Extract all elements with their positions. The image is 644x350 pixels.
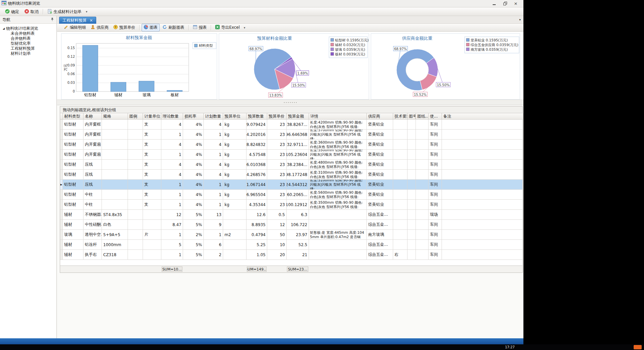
grid-cell[interactable]: 长度:3500mm 切角:90-90 颜色:闪银灰|闪银灰 型材系列:JY56 …	[309, 150, 367, 160]
grid-cell[interactable]: 4	[204, 160, 223, 170]
table-row[interactable]: ▶铝型材压线支14%1kg1.0671442324.544312长度:3100m…	[60, 180, 522, 190]
grid-cell[interactable]: 车间	[429, 200, 442, 210]
grid-cell[interactable]	[408, 180, 416, 190]
grid-cell[interactable]: 4	[161, 160, 183, 170]
grid-cell[interactable]: 24.544312	[287, 180, 309, 190]
grid-cell[interactable]: 100.12912	[287, 200, 309, 210]
table-row[interactable]: 铝型材内开窗框支14%1kg4.2020162396.646368长度:3700…	[60, 130, 522, 140]
grid-cell[interactable]: 坚美铝业	[367, 150, 393, 160]
grid-cell[interactable]: 1	[204, 130, 223, 140]
grid-cell[interactable]: 5%	[183, 240, 204, 250]
grid-cell[interactable]: 综合五金...	[367, 250, 393, 260]
grid-cell[interactable]: 1	[204, 200, 223, 210]
grid-cell[interactable]: 车间	[429, 160, 442, 170]
grid-cell[interactable]: 23	[267, 150, 287, 160]
supplier-button[interactable]: 供应商	[89, 24, 111, 31]
grid-cell[interactable]	[416, 200, 429, 210]
grid-cell[interactable]	[442, 220, 522, 230]
grid-cell[interactable]	[309, 210, 367, 220]
grid-cell[interactable]: 白色	[102, 220, 128, 230]
grid-cell[interactable]: 坚美铝业	[367, 170, 393, 180]
grid-cell[interactable]: 综合五金...	[367, 240, 393, 250]
grid-cell[interactable]: 0.4794	[247, 230, 267, 240]
ok-button[interactable]: 确定	[3, 8, 21, 16]
grid-cell[interactable]	[408, 140, 416, 150]
grid-cell[interactable]	[393, 130, 408, 140]
grid-cell[interactable]	[416, 210, 429, 220]
grid-cell[interactable]	[442, 120, 522, 130]
grid-cell[interactable]: 坚美铝业	[367, 130, 393, 140]
grid-cell[interactable]: 执手右	[84, 250, 102, 260]
main-toolbar-overflow-icon[interactable]: ▾	[85, 10, 89, 13]
grid-cell[interactable]: 10	[267, 240, 287, 250]
report-button[interactable]: 报表	[191, 24, 209, 31]
grid-cell[interactable]	[102, 170, 128, 180]
grid-cell[interactable]: 1	[204, 190, 223, 200]
grid-cell[interactable]: 车间	[429, 130, 442, 140]
grid-cell[interactable]	[393, 120, 408, 130]
column-header-11[interactable]: 预算金额	[287, 113, 309, 120]
grid-cell[interactable]: 6.3	[287, 210, 309, 220]
grid-cell[interactable]: 18.824832	[247, 140, 267, 150]
grid-cell[interactable]	[442, 140, 522, 150]
grid-cell[interactable]	[128, 230, 143, 240]
grid-cell[interactable]: 支	[143, 180, 161, 190]
grid-cell[interactable]: 6	[204, 240, 223, 250]
grid-cell[interactable]: 玻璃	[63, 230, 84, 240]
grid-cell[interactable]: 1	[161, 150, 183, 160]
grid-cell[interactable]: 6.965504	[247, 190, 267, 200]
grid-cell[interactable]: 5%	[183, 220, 204, 230]
tree-item-1[interactable]: 合并物料表	[1, 36, 55, 41]
grid-cell[interactable]: 铝型材	[63, 130, 84, 140]
grid-cell[interactable]: 23	[267, 140, 287, 150]
grid-cell[interactable]: 23	[267, 200, 287, 210]
grid-cell[interactable]: 铝型材	[63, 180, 84, 190]
group-by-bar[interactable]: 拖动列标题至此,根据该列分组	[60, 107, 522, 113]
grid-cell[interactable]: 106.722	[287, 220, 309, 230]
grid-cell[interactable]: 1	[204, 230, 223, 240]
grid-cell[interactable]: 坚美铝业	[367, 190, 393, 200]
grid-cell[interactable]	[393, 180, 408, 190]
grid-cell[interactable]: 1000mm	[102, 240, 128, 250]
grid-cell[interactable]	[393, 230, 408, 240]
grid-cell[interactable]: 车间	[429, 230, 442, 240]
grid-cell[interactable]: kg	[223, 140, 247, 150]
grid-cell[interactable]: 辅材	[63, 250, 84, 260]
grid-cell[interactable]: 内开窗框	[84, 130, 102, 140]
grid-cell[interactable]: 5+9A+5	[102, 230, 128, 240]
grid-cell[interactable]: 1	[161, 230, 183, 240]
grid-cell[interactable]: 1	[161, 180, 183, 190]
grid-cell[interactable]: 长度:3600mm 切角:90-90 颜色:白色|灰色 型材系列:JY56 线缝…	[309, 140, 367, 150]
grid-cell[interactable]: 铝型材	[63, 200, 84, 210]
grid-cell[interactable]	[309, 220, 367, 230]
column-header-4[interactable]: 计量单位	[143, 113, 161, 120]
tree-expand-icon[interactable]: ◢	[3, 26, 5, 31]
grid-cell[interactable]	[416, 150, 429, 160]
grid-cell[interactable]	[128, 250, 143, 260]
edit-detail-button[interactable]: 编辑明细	[62, 24, 88, 31]
column-header-8[interactable]: 预算单位	[223, 113, 247, 120]
grid-cell[interactable]: 中性硅酮...	[84, 220, 102, 230]
grid-cell[interactable]: 4.202016	[247, 130, 267, 140]
grid-cell[interactable]	[408, 170, 416, 180]
grid-cell[interactable]: 12	[161, 210, 183, 220]
grid-cell[interactable]: 432.9711...	[287, 140, 309, 150]
export-excel-button[interactable]: 导出Excel	[213, 24, 242, 31]
charts-grid-splitter[interactable]	[57, 100, 523, 105]
table-row[interactable]: 铝型材中柱支14%1kg6.96550423160.2065...长度:5600…	[60, 190, 522, 200]
grid-cell[interactable]: 南方玻璃	[367, 230, 393, 240]
column-header-13[interactable]: 供应商	[367, 113, 393, 120]
grid-cell[interactable]: 压线	[84, 180, 102, 190]
grid-cell[interactable]	[393, 170, 408, 180]
grid-cell[interactable]: 4	[161, 170, 183, 180]
column-header-18[interactable]: 备注	[442, 113, 523, 120]
grid-cell[interactable]: kg	[223, 160, 247, 170]
table-row[interactable]: 铝型材中柱支14%1kg4.3534423100.12912长度:3500mm …	[60, 200, 522, 210]
grid-cell[interactable]: 车间	[429, 220, 442, 230]
column-header-2[interactable]: 规格	[102, 113, 128, 120]
grid-cell[interactable]	[128, 140, 143, 150]
grid-cell[interactable]: 2	[204, 250, 223, 260]
grid-cell[interactable]: 1.067144	[247, 180, 267, 190]
table-row[interactable]: 辅材执手右CZ31815%21.052021综合五金...右车间	[60, 250, 522, 260]
grid-cell[interactable]	[408, 240, 416, 250]
